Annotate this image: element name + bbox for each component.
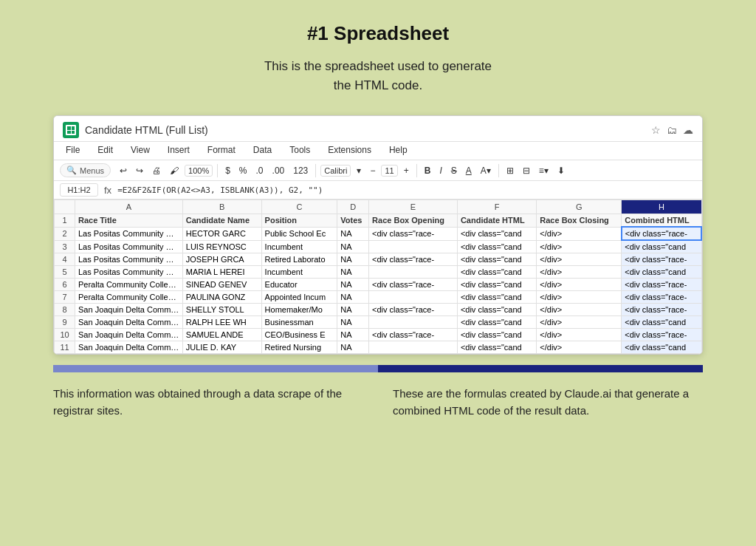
table-cell[interactable]: JOSEPH GRCA bbox=[182, 253, 261, 266]
table-cell[interactable]: <div class="cand bbox=[457, 253, 536, 266]
table-cell[interactable]: NA bbox=[337, 304, 369, 316]
search-menus[interactable]: 🔍 Menus bbox=[60, 163, 111, 177]
align-button[interactable]: ≡▾ bbox=[536, 164, 551, 177]
table-cell[interactable]: <div class="cand bbox=[457, 266, 536, 279]
table-cell[interactable]: San Joaquin Delta Community College Dist… bbox=[75, 341, 183, 354]
cell-reference[interactable]: H1:H2 bbox=[60, 183, 98, 197]
download-button[interactable]: ⬇ bbox=[554, 164, 568, 177]
percent-button[interactable]: % bbox=[236, 164, 250, 177]
table-cell[interactable]: Appointed Incum bbox=[261, 291, 337, 304]
table-cell[interactable]: <div class="race- bbox=[622, 227, 701, 240]
table-cell[interactable]: NA bbox=[337, 291, 369, 304]
table-cell[interactable]: NA bbox=[337, 253, 369, 266]
col-b-header[interactable]: B bbox=[182, 200, 261, 214]
borders-button[interactable]: ⊞ bbox=[504, 164, 517, 177]
col-a-header[interactable]: A bbox=[75, 200, 183, 214]
table-cell[interactable]: Incumbent bbox=[261, 240, 337, 253]
table-cell[interactable]: RALPH LEE WH bbox=[182, 316, 261, 329]
table-row[interactable]: 6Peralta Community College District Trus… bbox=[55, 279, 702, 291]
table-cell[interactable] bbox=[369, 316, 458, 329]
table-cell[interactable]: Public School Ec bbox=[261, 227, 337, 240]
table-cell[interactable]: LUIS REYNOSC bbox=[182, 240, 261, 253]
currency-button[interactable]: $ bbox=[222, 164, 233, 177]
table-cell[interactable]: Retired Nursing bbox=[261, 341, 337, 354]
table-cell[interactable]: NA bbox=[337, 341, 369, 354]
menu-edit[interactable]: Edit bbox=[94, 143, 116, 157]
col-d-header[interactable]: D bbox=[337, 200, 369, 214]
table-cell[interactable]: <div class="cand bbox=[622, 240, 701, 253]
table-cell[interactable]: Las Positas Community College District T… bbox=[75, 227, 183, 240]
bold-button[interactable]: B bbox=[422, 164, 434, 177]
strikethrough-button[interactable]: S bbox=[448, 164, 460, 177]
table-cell[interactable]: <div class="cand bbox=[457, 291, 536, 304]
table-cell[interactable]: <div class="race- bbox=[622, 279, 701, 291]
col-e-header[interactable]: E bbox=[369, 200, 458, 214]
table-cell[interactable] bbox=[369, 266, 458, 279]
font-decrease-button[interactable]: − bbox=[367, 164, 378, 177]
redo-button[interactable]: ↪ bbox=[133, 164, 146, 177]
menu-data[interactable]: Data bbox=[250, 143, 275, 157]
table-cell[interactable]: NA bbox=[337, 266, 369, 279]
table-cell[interactable]: <div class="cand bbox=[622, 341, 701, 354]
table-cell[interactable]: NA bbox=[337, 227, 369, 240]
menu-insert[interactable]: Insert bbox=[165, 143, 193, 157]
col-g-header[interactable]: G bbox=[537, 200, 622, 214]
menu-format[interactable]: Format bbox=[205, 143, 238, 157]
table-cell[interactable] bbox=[369, 341, 458, 354]
table-cell[interactable]: <div class="race- bbox=[622, 329, 701, 341]
table-cell[interactable]: SHELLY STOLL bbox=[182, 304, 261, 316]
table-cell[interactable]: SINEAD GENEV bbox=[182, 279, 261, 291]
table-cell[interactable]: </div> bbox=[537, 227, 622, 240]
menu-view[interactable]: View bbox=[128, 143, 153, 157]
text-color-button[interactable]: A▾ bbox=[478, 164, 494, 177]
table-cell[interactable]: SAMUEL ANDE bbox=[182, 329, 261, 341]
table-row[interactable]: 4Las Positas Community College District … bbox=[55, 253, 702, 266]
print-button[interactable]: 🖨 bbox=[149, 164, 164, 177]
table-cell[interactable]: </div> bbox=[537, 316, 622, 329]
table-cell[interactable]: Las Positas Community College District T… bbox=[75, 253, 183, 266]
table-cell[interactable]: CEO/Business E bbox=[261, 329, 337, 341]
table-cell[interactable]: Businessman bbox=[261, 316, 337, 329]
table-cell[interactable]: <div class="cand bbox=[457, 329, 536, 341]
folder-icon[interactable]: 🗂 bbox=[667, 124, 677, 136]
table-cell[interactable]: </div> bbox=[537, 253, 622, 266]
decimal-inc-button[interactable]: .00 bbox=[269, 164, 288, 177]
font-select[interactable]: Calibri bbox=[320, 165, 351, 177]
table-cell[interactable]: <div class="race- bbox=[369, 279, 458, 291]
table-cell[interactable]: NA bbox=[337, 316, 369, 329]
table-cell[interactable]: NA bbox=[337, 329, 369, 341]
table-cell[interactable]: Votes bbox=[337, 214, 369, 228]
table-cell[interactable]: San Joaquin Delta Community College Dist… bbox=[75, 316, 183, 329]
table-cell[interactable]: Race Title bbox=[75, 214, 183, 228]
table-cell[interactable]: <div class="race- bbox=[369, 227, 458, 240]
table-cell[interactable]: </div> bbox=[537, 304, 622, 316]
table-row[interactable]: 7Peralta Community College District Trus… bbox=[55, 291, 702, 304]
table-cell[interactable]: NA bbox=[337, 279, 369, 291]
table-cell[interactable]: Candidate HTML bbox=[457, 214, 536, 228]
table-cell[interactable]: NA bbox=[337, 240, 369, 253]
table-cell[interactable]: MARIA L HEREI bbox=[182, 266, 261, 279]
table-cell[interactable]: <div class="cand bbox=[622, 316, 701, 329]
table-cell[interactable]: <div class="cand bbox=[622, 266, 701, 279]
table-cell[interactable]: Incumbent bbox=[261, 266, 337, 279]
table-cell[interactable]: Las Positas Community College District T… bbox=[75, 240, 183, 253]
menu-file[interactable]: File bbox=[63, 143, 83, 157]
table-cell[interactable]: Race Box Opening bbox=[369, 214, 458, 228]
italic-button[interactable]: I bbox=[436, 164, 444, 177]
table-cell[interactable]: <div class="race- bbox=[369, 329, 458, 341]
table-row[interactable]: 9San Joaquin Delta Community College Dis… bbox=[55, 316, 702, 329]
menu-help[interactable]: Help bbox=[386, 143, 410, 157]
table-row[interactable]: 8San Joaquin Delta Community College Dis… bbox=[55, 304, 702, 316]
table-cell[interactable] bbox=[369, 240, 458, 253]
table-cell[interactable]: Retired Laborato bbox=[261, 253, 337, 266]
table-cell[interactable]: </div> bbox=[537, 329, 622, 341]
table-cell[interactable]: <div class="race- bbox=[622, 253, 701, 266]
font-size-input[interactable]: 11 bbox=[381, 165, 397, 177]
table-cell[interactable]: PAULINA GONZ bbox=[182, 291, 261, 304]
menu-tools[interactable]: Tools bbox=[286, 143, 313, 157]
table-cell[interactable]: <div class="cand bbox=[457, 227, 536, 240]
table-cell[interactable]: Candidate Name bbox=[182, 214, 261, 228]
table-cell[interactable]: HECTOR GARC bbox=[182, 227, 261, 240]
col-c-header[interactable]: C bbox=[261, 200, 337, 214]
table-cell[interactable]: Combined HTML bbox=[622, 214, 701, 228]
